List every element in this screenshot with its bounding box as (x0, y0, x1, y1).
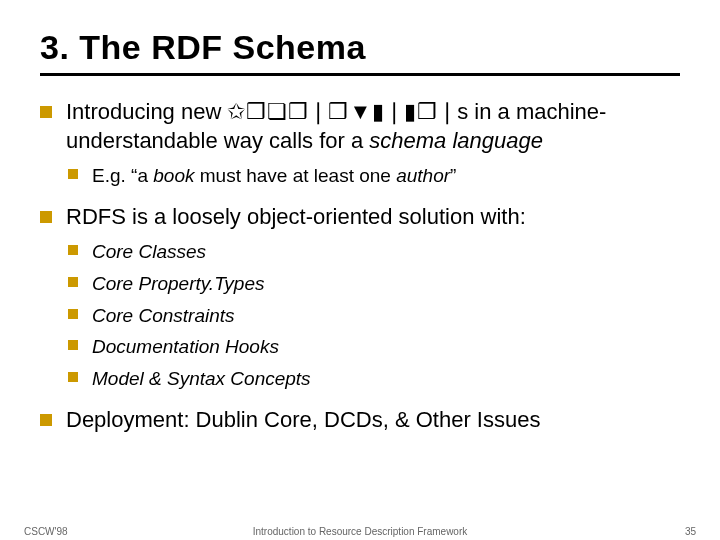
text: RDFS is a loosely object-oriented soluti… (66, 204, 526, 229)
text: ” (450, 165, 456, 186)
text-italic: Core Property.Types (92, 273, 264, 294)
sub-bullet: E.g. “a book must have at least one auth… (66, 163, 680, 189)
text-italic: Model & Syntax Concepts (92, 368, 311, 389)
text: E.g. “a (92, 165, 153, 186)
glyph-run: ✩❒❏❒❘❒▼▮❘▮❒❘ (227, 99, 457, 124)
text-italic: Core Constraints (92, 305, 235, 326)
title-rule (40, 73, 680, 76)
sub-bullet: Documentation Hooks (66, 334, 680, 360)
footer-center: Introduction to Resource Description Fra… (0, 526, 720, 537)
bullet-1: Introducing new ✩❒❏❒❘❒▼▮❘▮❒❘s in a machi… (40, 98, 680, 189)
sub-bullet: Model & Syntax Concepts (66, 366, 680, 392)
slide-body: 3. The RDF Schema Introducing new ✩❒❏❒❘❒… (0, 0, 720, 434)
sub-list: E.g. “a book must have at least one auth… (66, 163, 680, 189)
sub-bullet: Core Classes (66, 239, 680, 265)
text-italic: Documentation Hooks (92, 336, 279, 357)
text-italic: book (153, 165, 194, 186)
slide-title: 3. The RDF Schema (40, 28, 680, 67)
footer-right: 35 (685, 526, 696, 537)
text: Introducing new (66, 99, 227, 124)
text-italic: Core Classes (92, 241, 206, 262)
bullet-list: Introducing new ✩❒❏❒❘❒▼▮❘▮❒❘s in a machi… (40, 98, 680, 434)
text: Deployment: Dublin Core, DCDs, & Other I… (66, 407, 540, 432)
text-italic: schema language (369, 128, 543, 153)
bullet-2: RDFS is a loosely object-oriented soluti… (40, 203, 680, 392)
sub-bullet: Core Property.Types (66, 271, 680, 297)
text-italic: author (396, 165, 450, 186)
sub-list: Core Classes Core Property.Types Core Co… (66, 239, 680, 391)
text: must have at least one (194, 165, 396, 186)
bullet-3: Deployment: Dublin Core, DCDs, & Other I… (40, 406, 680, 435)
sub-bullet: Core Constraints (66, 303, 680, 329)
